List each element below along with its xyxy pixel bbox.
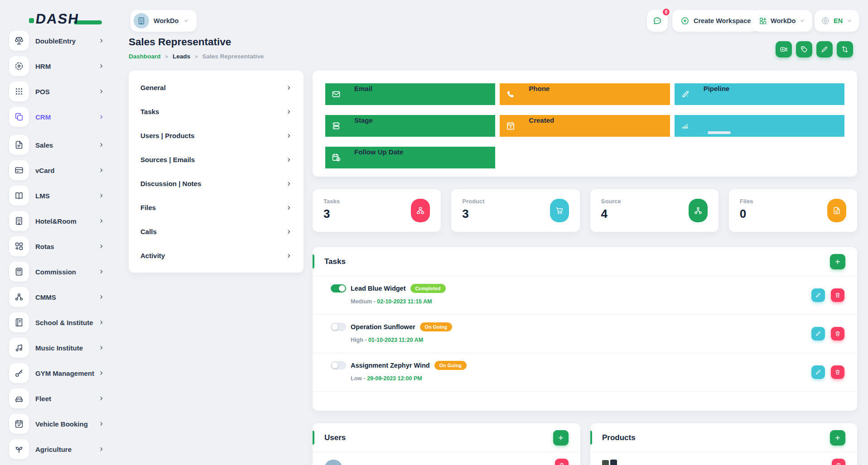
delete-task-button[interactable] — [831, 288, 844, 302]
sidebar-item-rotas[interactable]: Rotas — [0, 234, 116, 259]
meeting-button[interactable] — [776, 41, 792, 58]
add-user-button[interactable] — [553, 430, 569, 446]
task-complete-toggle[interactable] — [331, 323, 346, 331]
info-field-created: Created 06-12-2023 — [500, 115, 670, 137]
info-field-value: +1 (623) 948-8788 — [529, 94, 588, 102]
chevron-right-icon — [99, 142, 104, 148]
sidebar-item-label: GYM Management — [35, 369, 94, 377]
calendar-check-icon — [14, 419, 24, 429]
info-field-value: Sales — [704, 94, 730, 102]
sidebar-item-fleet[interactable]: Fleet — [0, 386, 116, 411]
users-card: Users — [313, 423, 580, 465]
sidebar: DoubleEntry HRM POS CRM Sales vCard LMS … — [0, 28, 116, 462]
edit-lead-button[interactable] — [816, 41, 833, 58]
task-row-lead-blue-widget: Lead Blue Widget Completed Medium - 02-1… — [313, 276, 857, 315]
lead-progress: 17% — [675, 115, 844, 137]
workspace-switcher[interactable]: WorkDo — [130, 10, 197, 32]
trash-icon — [835, 462, 842, 465]
sidebar-item-hrm[interactable]: HRM — [0, 53, 116, 79]
breadcrumb-leads-link[interactable]: Leads — [173, 53, 190, 60]
file-icon — [14, 140, 24, 150]
chevron-right-icon — [286, 157, 292, 163]
chevron-right-icon — [99, 193, 104, 198]
language-dropdown[interactable]: EN — [815, 10, 859, 32]
sidebar-item-label: School & Institute — [35, 319, 93, 326]
delete-task-button[interactable] — [831, 365, 844, 379]
edit-task-button[interactable] — [811, 365, 825, 379]
sidebar-item-vehicle-booking[interactable]: Vehicle Booking — [0, 411, 116, 436]
grid-plus-icon — [759, 17, 767, 25]
task-complete-toggle[interactable] — [331, 361, 346, 369]
menu-item-discussion-notes[interactable]: Discussion | Notes — [129, 172, 304, 196]
sidebar-item-commission[interactable]: Commission — [0, 259, 116, 284]
plus-icon — [834, 258, 841, 265]
cart-icon — [555, 206, 564, 215]
sidebar-item-hotel-room[interactable]: Hotel&Room — [0, 208, 116, 234]
book-icon — [14, 191, 24, 201]
car-icon — [14, 393, 24, 403]
phone-icon — [506, 89, 516, 99]
trash-icon — [559, 462, 565, 465]
labels-button[interactable] — [796, 41, 812, 58]
add-task-button[interactable] — [830, 254, 845, 269]
page-actions — [776, 41, 853, 58]
task-complete-toggle[interactable] — [331, 284, 346, 292]
delete-task-button[interactable] — [831, 327, 844, 340]
remove-product-button[interactable] — [832, 459, 845, 465]
sidebar-item-pos[interactable]: POS — [0, 79, 116, 104]
menu-item-files[interactable]: Files — [129, 196, 304, 220]
task-priority: Medium - — [351, 298, 376, 305]
logo-text: DASH — [34, 11, 80, 27]
menu-item-calls[interactable]: Calls — [129, 220, 304, 244]
menu-item-sources-emails[interactable]: Sources | Emails — [129, 148, 304, 172]
grid-dots-icon — [14, 86, 24, 96]
menu-item-users-products[interactable]: Users | Products — [129, 124, 304, 148]
chevron-right-icon — [99, 269, 104, 274]
edit-task-button[interactable] — [811, 327, 825, 340]
sidebar-item-agriculture[interactable]: Agriculture — [0, 436, 116, 462]
card-icon — [14, 165, 24, 175]
sidebar-item-school-institute[interactable]: School & Institute — [0, 310, 116, 335]
breadcrumb-dashboard-link[interactable]: Dashboard — [129, 53, 161, 60]
chevron-right-icon — [99, 345, 104, 350]
chevron-right-icon — [99, 63, 104, 69]
messages-button[interactable]: 0 — [647, 10, 668, 32]
sidebar-item-gym-management[interactable]: GYM Management — [0, 360, 116, 386]
info-field-label: Stage — [354, 116, 373, 124]
sidebar-item-sales[interactable]: Sales — [0, 132, 116, 158]
pencil-icon — [820, 45, 829, 53]
trash-icon — [834, 331, 841, 337]
menu-item-tasks[interactable]: Tasks — [129, 100, 304, 124]
chevron-right-icon — [286, 205, 292, 211]
convert-lead-button[interactable] — [837, 41, 853, 58]
messages-count-badge: 0 — [662, 8, 670, 16]
chat-icon — [652, 16, 662, 26]
pencil-icon — [815, 292, 821, 298]
info-field-follow-up-date: Follow Up Date - — [325, 147, 495, 168]
progress-percent-label: 17% — [704, 118, 731, 129]
create-workspace-button[interactable]: Create Workspace — [672, 10, 759, 32]
sidebar-item-vcard[interactable]: vCard — [0, 158, 116, 183]
breadcrumb-separator — [165, 54, 168, 59]
menu-item-activity[interactable]: Activity — [129, 244, 304, 268]
user-avatar — [324, 460, 342, 465]
sidebar-item-cmms[interactable]: CMMS — [0, 284, 116, 310]
server-icon — [331, 121, 341, 131]
workspace-dropdown[interactable]: WorkDo — [752, 10, 812, 32]
info-field-stage: Stage Draft — [325, 115, 495, 137]
dash-logo[interactable]: DASH — [29, 11, 79, 27]
add-product-button[interactable] — [830, 430, 845, 446]
sidebar-item-label: CMMS — [35, 293, 56, 301]
sidebar-item-crm[interactable]: CRM — [0, 104, 116, 129]
sidebar-item-music-institute[interactable]: Music Institute — [0, 335, 116, 360]
chevron-down-icon — [846, 18, 853, 24]
task-priority: High - — [351, 337, 366, 343]
menu-item-general[interactable]: General — [129, 76, 304, 100]
share-icon — [694, 206, 703, 215]
edit-task-button[interactable] — [811, 288, 825, 302]
workspace-avatar — [134, 13, 149, 29]
sidebar-item-doubleentry[interactable]: DoubleEntry — [0, 28, 116, 53]
breadcrumb: Dashboard Leads Sales Representative — [129, 53, 264, 60]
remove-user-button[interactable] — [555, 459, 569, 465]
sidebar-item-lms[interactable]: LMS — [0, 183, 116, 208]
